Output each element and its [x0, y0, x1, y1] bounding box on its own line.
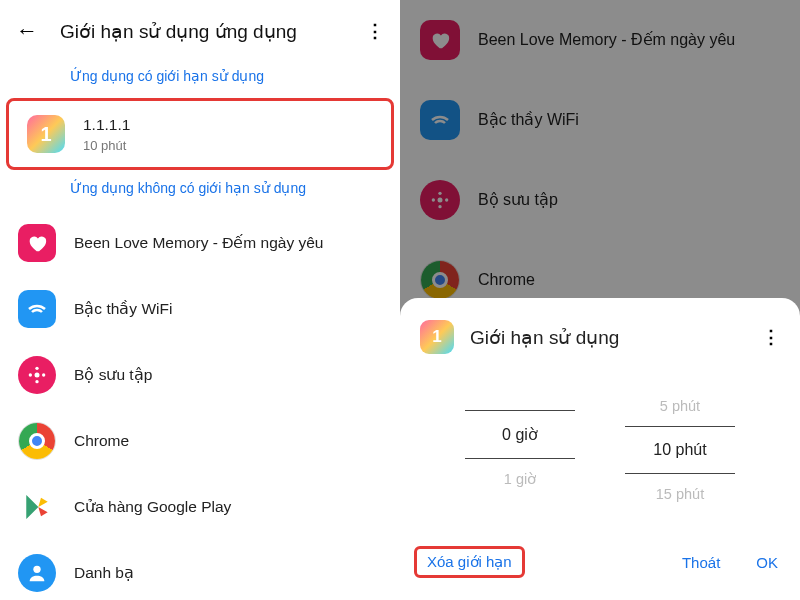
back-icon[interactable]: ←: [16, 18, 38, 44]
app-row-1111[interactable]: 1 1.1.1.1 10 phút: [9, 101, 391, 167]
more-icon[interactable]: ⋮: [762, 326, 780, 348]
app-name: Bộ sưu tập: [74, 365, 382, 385]
ok-button[interactable]: OK: [756, 554, 778, 571]
section-with-limit: Ứng dụng có giới hạn sử dụng: [0, 58, 400, 98]
app-name: Bậc thầy WiFi: [74, 299, 382, 319]
wifi-icon: [18, 290, 56, 328]
app-row[interactable]: Been Love Memory - Đếm ngày yêu: [0, 210, 400, 276]
app-row[interactable]: Cửa hàng Google Play: [0, 474, 400, 540]
sheet-app-icon: 1: [420, 320, 454, 354]
app-row[interactable]: Bậc thầy WiFi: [0, 276, 400, 342]
time-picker[interactable]: 0 giờ 1 giờ 5 phút 10 phút 15 phút: [400, 368, 800, 524]
highlight-limited-app: 1 1.1.1.1 10 phút: [6, 98, 394, 170]
picker-prev: [465, 386, 575, 410]
picker-hours[interactable]: 0 giờ 1 giờ: [465, 386, 575, 514]
usage-limit-sheet: 1 Giới hạn sử dụng ⋮ 0 giờ 1 giờ 5 phút …: [400, 298, 800, 600]
picker-prev: 5 phút: [625, 386, 735, 426]
app-duration: 10 phút: [83, 138, 373, 153]
picker-next: 15 phút: [625, 474, 735, 514]
picker-selected: 0 giờ: [465, 410, 575, 459]
svg-point-0: [35, 373, 40, 378]
delete-limit-button[interactable]: Xóa giới hạn: [427, 553, 512, 570]
sheet-title: Giới hạn sử dụng: [470, 326, 762, 349]
svg-point-3: [29, 373, 32, 376]
picker-next: 1 giờ: [465, 459, 575, 499]
app-name: Been Love Memory - Đếm ngày yêu: [74, 233, 382, 253]
app-name: Cửa hàng Google Play: [74, 497, 382, 517]
app-name: Danh bạ: [74, 563, 382, 583]
app-name: 1.1.1.1: [83, 115, 373, 135]
app-row[interactable]: Bộ sưu tập: [0, 342, 400, 408]
section-no-limit: Ứng dụng không có giới hạn sử dụng: [0, 170, 400, 210]
more-icon[interactable]: ⋮: [366, 20, 384, 42]
app-name: Chrome: [74, 431, 382, 451]
highlight-delete: Xóa giới hạn: [414, 546, 525, 578]
app-row[interactable]: Danh bạ: [0, 540, 400, 600]
chrome-icon: [18, 422, 56, 460]
svg-point-5: [33, 566, 40, 573]
app-row[interactable]: Chrome: [0, 408, 400, 474]
page-title: Giới hạn sử dụng ứng dụng: [60, 20, 366, 43]
svg-point-4: [42, 373, 45, 376]
gallery-icon: [18, 356, 56, 394]
app-icon-1111: 1: [27, 115, 65, 153]
picker-selected: 10 phút: [625, 426, 735, 474]
play-store-icon: [18, 488, 56, 526]
svg-point-2: [35, 380, 38, 383]
contacts-icon: [18, 554, 56, 592]
heart-icon: [18, 224, 56, 262]
cancel-button[interactable]: Thoát: [682, 554, 720, 571]
picker-minutes[interactable]: 5 phút 10 phút 15 phút: [625, 386, 735, 514]
svg-point-1: [35, 367, 38, 370]
